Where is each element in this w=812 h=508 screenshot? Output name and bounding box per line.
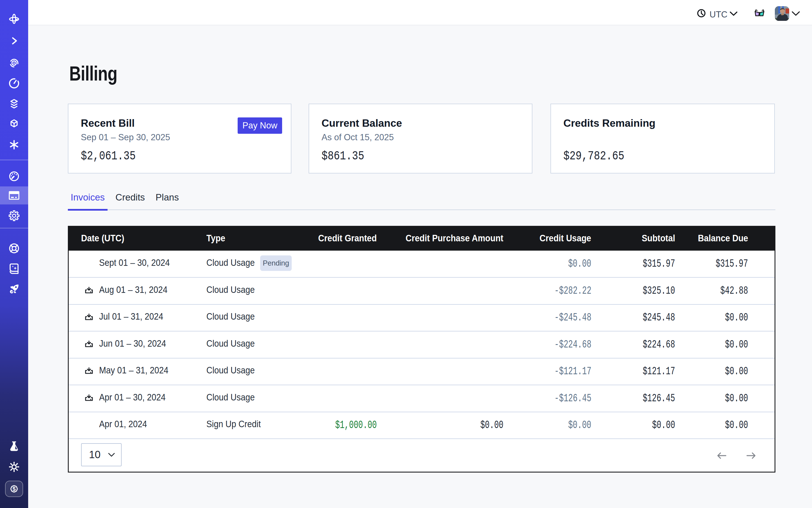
svg-text:$: $	[12, 486, 15, 492]
